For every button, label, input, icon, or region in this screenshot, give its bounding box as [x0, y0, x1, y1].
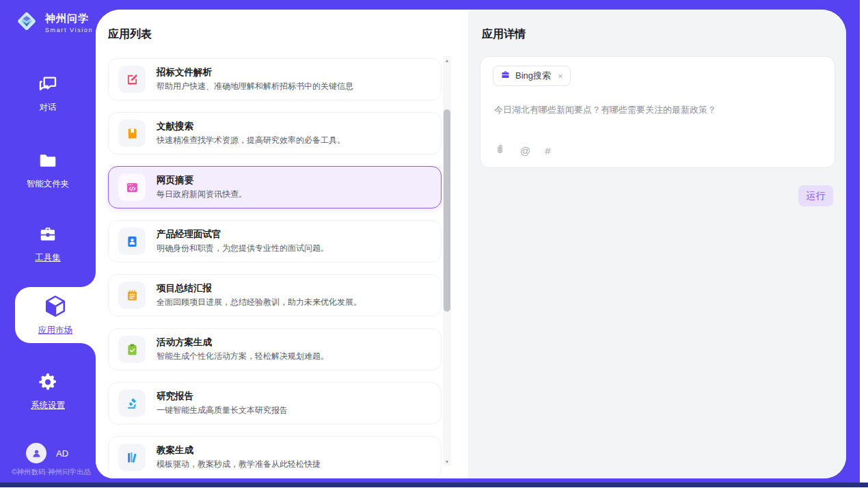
- cube-icon: [43, 294, 68, 321]
- toolbox-icon: [38, 224, 58, 247]
- app-detail-panel: 应用详情 Bing搜索 × 今日湖北有哪些新闻要点？有哪些需要关注的最新政策？: [468, 10, 846, 478]
- folder-icon: [38, 150, 58, 174]
- app-card-desc: 快速精准查找学术资源，提高研究效率的必备工具。: [157, 135, 345, 146]
- sidebar-item-label: 对话: [40, 102, 57, 113]
- app-card-research-report[interactable]: 研究报告 一键智能生成高质量长文本研究报告: [108, 382, 442, 424]
- briefcase-icon: [500, 70, 511, 83]
- app-list-panel: 应用列表 招标文件解析 帮助用户快速、准确地理解和解析招标书中的关键信息: [96, 10, 468, 478]
- run-button[interactable]: 运行: [798, 185, 833, 206]
- sidebar-item-app-market[interactable]: 应用市场: [15, 287, 96, 343]
- sidebar-footer: ©神州数码·神州问学出品: [0, 467, 103, 477]
- avatar: [26, 443, 46, 463]
- app-cards: 招标文件解析 帮助用户快速、准确地理解和解析招标书中的关键信息 文献搜索 快速精…: [108, 58, 442, 478]
- clipboard-check-icon: [118, 336, 146, 363]
- scroll-down-icon[interactable]: ▼: [443, 459, 451, 464]
- app-card-lesson-plan[interactable]: 教案生成 模板驱动，教案秒成，教学准备从此轻松快捷: [108, 436, 442, 478]
- app-card-desc: 全面回顾项目进展，总结经验教训，助力未来优化发展。: [157, 297, 362, 308]
- app-card-literature-search[interactable]: 文献搜索 快速精准查找学术资源，提高研究效率的必备工具。: [108, 112, 442, 154]
- brand-logo: 神州问学 Smart Vision: [14, 8, 93, 37]
- app-card-desc: 一键智能生成高质量长文本研究报告: [157, 405, 288, 416]
- close-icon[interactable]: ×: [558, 71, 563, 81]
- brand-subtitle: Smart Vision: [45, 27, 93, 33]
- mention-icon[interactable]: @: [520, 145, 530, 157]
- sidebar-item-label: 应用市场: [38, 325, 72, 336]
- app-list-title: 应用列表: [108, 27, 152, 42]
- prompt-card[interactable]: Bing搜索 × 今日湖北有哪些新闻要点？有哪些需要关注的最新政策？ @ #: [480, 56, 835, 168]
- sidebar-item-settings[interactable]: 系统设置: [0, 372, 96, 411]
- app-detail-title: 应用详情: [482, 27, 526, 42]
- question-text[interactable]: 今日湖北有哪些新闻要点？有哪些需要关注的最新政策？: [494, 103, 815, 117]
- hash-icon[interactable]: #: [545, 145, 550, 157]
- microscope-icon: [118, 390, 146, 417]
- app-card-title: 招标文件解析: [157, 67, 353, 79]
- bottom-bar: [0, 483, 868, 487]
- tag-label: Bing搜索: [515, 70, 551, 82]
- app-window: 神州问学 Smart Vision 对话 智能文件夹 工具集: [0, 0, 860, 483]
- chat-icon: [38, 74, 58, 97]
- app-card-project-summary[interactable]: 项目总结汇报 全面回顾项目进展，总结经验教训，助力未来优化发展。: [108, 274, 442, 316]
- app-card-desc: 明确身份和职责，为您提供专业性的面试问题。: [157, 243, 329, 254]
- app-card-event-plan[interactable]: 活动方案生成 智能生成个性化活动方案，轻松解决规划难题。: [108, 328, 442, 370]
- app-card-title: 活动方案生成: [157, 337, 329, 349]
- app-card-title: 项目总结汇报: [157, 283, 362, 295]
- app-card-title: 产品经理面试官: [157, 229, 329, 241]
- sidebar-item-chat[interactable]: 对话: [0, 74, 96, 113]
- user-name: AD: [56, 448, 68, 459]
- bing-search-tag[interactable]: Bing搜索 ×: [493, 66, 571, 86]
- brand-name: 神州问学: [45, 12, 93, 25]
- app-card-bid-analysis[interactable]: 招标文件解析 帮助用户快速、准确地理解和解析招标书中的关键信息: [108, 58, 442, 100]
- gem-logo-icon: [14, 8, 40, 37]
- sidebar-item-smart-folder[interactable]: 智能文件夹: [0, 150, 96, 190]
- tab-curve-bottom: [81, 343, 96, 358]
- app-card-title: 文献搜索: [157, 121, 345, 133]
- edit-icon: [118, 66, 146, 93]
- notebook-icon: [118, 282, 146, 309]
- composer-toolbar: @ #: [494, 144, 551, 158]
- sidebar-item-label: 工具集: [35, 252, 61, 264]
- sidebar-item-label: 系统设置: [31, 400, 65, 411]
- app-card-desc: 智能生成个性化活动方案，轻松解决规划难题。: [157, 351, 329, 362]
- books-icon: [118, 444, 146, 471]
- app-card-web-summary[interactable]: 网页摘要 每日政府新闻资讯快查。: [108, 166, 442, 208]
- app-card-title: 教案生成: [157, 445, 321, 457]
- app-card-title: 网页摘要: [157, 175, 247, 187]
- sidebar-item-label: 智能文件夹: [27, 178, 70, 190]
- app-card-desc: 每日政府新闻资讯快查。: [157, 189, 247, 200]
- scroll-up-icon[interactable]: ▲: [443, 58, 451, 63]
- list-scrollbar[interactable]: ▲ ▼: [443, 56, 451, 466]
- gear-icon: [38, 372, 58, 395]
- interviewer-icon: [118, 228, 146, 255]
- sidebar-item-toolset[interactable]: 工具集: [0, 224, 96, 264]
- app-card-title: 研究报告: [157, 391, 288, 403]
- book-icon: [118, 120, 146, 147]
- app-card-desc: 模板驱动，教案秒成，教学准备从此轻松快捷: [157, 459, 321, 470]
- app-card-desc: 帮助用户快速、准确地理解和解析招标书中的关键信息: [157, 81, 353, 92]
- browser-code-icon: [118, 174, 146, 201]
- scrollbar-thumb[interactable]: [444, 109, 450, 312]
- paperclip-icon[interactable]: [494, 144, 506, 158]
- user-account[interactable]: AD: [26, 443, 68, 463]
- app-card-pm-interviewer[interactable]: 产品经理面试官 明确身份和职责，为您提供专业性的面试问题。: [108, 220, 442, 262]
- tab-curve-top: [81, 272, 96, 287]
- content-area: 应用列表 招标文件解析 帮助用户快速、准确地理解和解析招标书中的关键信息: [96, 10, 846, 478]
